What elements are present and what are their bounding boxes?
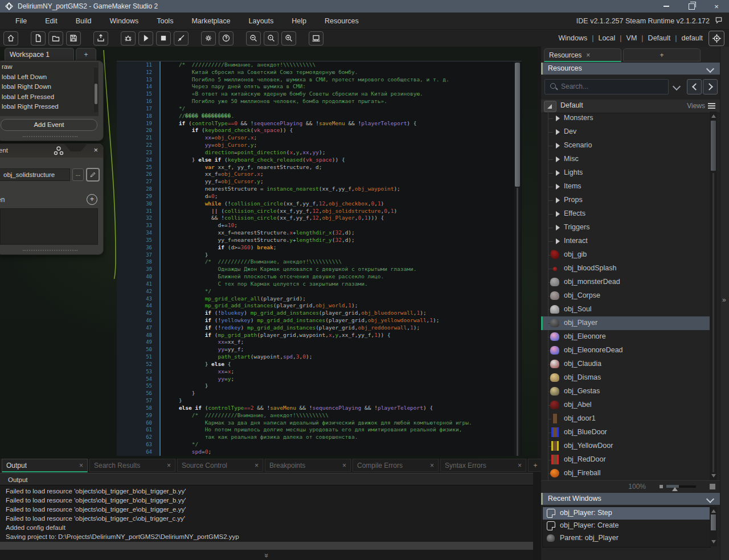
resource-tree-item[interactable]: obj_YellowDoor — [541, 439, 710, 453]
tab-compile-errors[interactable]: Compile Errors× — [353, 459, 439, 472]
event-item[interactable]: lobal Right Pressed — [0, 102, 99, 112]
tab-resources[interactable]: Resources × — [544, 48, 621, 62]
close-tab-icon[interactable]: × — [79, 462, 83, 470]
event-item[interactable]: lobal Left Pressed — [0, 92, 99, 102]
menu-build[interactable]: Build — [69, 17, 104, 25]
menu-edit[interactable]: Edit — [39, 17, 69, 25]
resource-tree-item[interactable]: obj_Player — [541, 316, 710, 330]
recent-window-item[interactable]: obj_Player: Create — [543, 520, 710, 532]
menu-file[interactable]: File — [9, 17, 39, 25]
expand-arrow-icon[interactable] — [556, 238, 560, 244]
toolbar-stop-button[interactable] — [156, 31, 171, 46]
resource-tree-item[interactable]: obj_BlueDoor — [541, 426, 710, 439]
tab-output[interactable]: Output× — [2, 459, 88, 472]
resource-tree-item[interactable]: obj_door1 — [541, 412, 710, 426]
resource-tree-item[interactable]: Lights — [541, 166, 710, 180]
event-item[interactable]: lobal Right Down — [0, 82, 99, 92]
resource-tree-item[interactable]: obj_Fireball — [541, 467, 710, 480]
add-child-button[interactable]: + — [87, 194, 97, 205]
scrollbar-thumb[interactable] — [515, 63, 520, 187]
expand-arrow-icon[interactable] — [556, 157, 560, 162]
expand-arrow-icon[interactable] — [556, 129, 560, 135]
resource-tree-item[interactable]: obj_Abel — [541, 398, 710, 412]
new-workspace-tab-button[interactable]: + — [76, 48, 96, 61]
resource-tree-item[interactable]: obj_Dismas — [541, 371, 710, 385]
resource-tree-item[interactable]: Props — [541, 193, 710, 207]
output-log[interactable]: Failed to load resource 'objects\obj_tri… — [0, 487, 533, 541]
resource-tree-item[interactable]: Scenario — [541, 139, 710, 153]
search-options-button[interactable] — [671, 80, 683, 93]
toolbar-zoom-in-button[interactable] — [281, 31, 296, 46]
recent-window-item[interactable]: obj_Player: Step — [543, 507, 710, 520]
close-tab-icon[interactable]: × — [518, 462, 522, 470]
expand-arrow-icon[interactable] — [556, 225, 560, 230]
recent-window-item[interactable]: Parent: obj_Player — [543, 532, 710, 545]
panel-resize-grip[interactable] — [23, 250, 77, 253]
expand-arrow-icon[interactable] — [556, 143, 560, 149]
search-prev-button[interactable] — [687, 79, 702, 94]
close-tab-icon[interactable]: × — [586, 50, 590, 61]
expand-arrow-icon[interactable] — [556, 211, 560, 217]
search-input[interactable]: Search... — [544, 79, 669, 94]
resource-tree-item[interactable]: obj_Claudia — [541, 357, 710, 371]
close-tab-icon[interactable]: × — [167, 462, 171, 470]
resource-tree-item[interactable]: obj_EleonoreDead — [541, 344, 710, 357]
toolbar-debug-button[interactable] — [121, 31, 136, 46]
recent-scrollbar[interactable] — [710, 507, 717, 546]
resource-tree-item[interactable]: obj_Corpse — [541, 289, 710, 303]
resource-tree-item[interactable]: Monsters — [541, 112, 710, 125]
expand-arrow-icon[interactable] — [556, 170, 560, 176]
scrollbar-thumb[interactable] — [711, 121, 716, 171]
editor-scrollbar[interactable] — [514, 61, 521, 456]
zoom-out-handle[interactable] — [660, 485, 663, 488]
toolbar-open-button[interactable] — [48, 31, 63, 46]
expand-arrow-icon[interactable] — [556, 116, 560, 121]
close-tab-icon[interactable]: × — [255, 462, 259, 470]
target-windows[interactable]: Windows — [559, 34, 588, 42]
toolbar-zoom-actual-button[interactable] — [264, 31, 279, 46]
target-default[interactable]: Default — [648, 34, 671, 42]
views-menu-icon[interactable] — [708, 103, 715, 109]
resource-tree-item[interactable]: obj_Gestas — [541, 385, 710, 398]
link-nodes-icon[interactable] — [53, 146, 64, 158]
expand-arrow-icon[interactable] — [556, 197, 560, 203]
log-selected-row[interactable] — [0, 542, 533, 550]
toolbar-help-button[interactable] — [219, 31, 234, 46]
resource-tree-item[interactable]: obj_Soul — [541, 303, 710, 316]
code-editor[interactable]: 11 /* //////////Внимание, анекдот!\\\\\\… — [117, 61, 522, 456]
chat-icon[interactable] — [714, 16, 723, 26]
search-next-button[interactable] — [703, 79, 718, 94]
menu-tools[interactable]: Tools — [150, 17, 185, 25]
menu-layouts[interactable]: Layouts — [243, 17, 286, 25]
resource-tree-item[interactable]: Interact — [541, 234, 710, 248]
target-manager-button[interactable] — [708, 31, 724, 46]
resource-tree-item[interactable]: obj_gib — [541, 248, 710, 262]
scroll-up-icon[interactable] — [711, 509, 716, 513]
restore-button[interactable] — [679, 0, 704, 13]
event-item[interactable]: lobal Left Down — [0, 72, 99, 83]
browse-button[interactable]: ... — [72, 168, 84, 181]
tab-source-control[interactable]: Source Control× — [177, 459, 263, 472]
target-vm[interactable]: VM — [626, 34, 637, 42]
expand-panel-icon[interactable]: » — [722, 296, 726, 304]
close-icon[interactable]: × — [93, 146, 98, 154]
target-local[interactable]: Local — [598, 34, 615, 42]
zoom-in-handle[interactable] — [710, 484, 715, 489]
toolbar-home-button[interactable] — [3, 31, 18, 46]
resource-tree-item[interactable]: Dev — [541, 125, 710, 139]
close-button[interactable]: × — [704, 0, 729, 13]
resource-tree-item[interactable]: Misc — [541, 153, 710, 166]
recent-windows-header[interactable]: Recent Windows — [541, 493, 720, 505]
resource-tree-item[interactable]: Items — [541, 180, 710, 193]
resource-tree-item[interactable]: obj_RedDoor — [541, 453, 710, 467]
close-tab-icon[interactable]: × — [430, 462, 434, 470]
toolbar-new-button[interactable] — [31, 31, 46, 46]
resources-section-header[interactable]: Resources — [541, 63, 720, 75]
menu-marketplace[interactable]: Marketplace — [185, 17, 242, 25]
children-list[interactable] — [0, 208, 98, 245]
parent-panel-header[interactable]: ent × — [0, 144, 103, 158]
tab-workspace-1[interactable]: Workspace 1 — [5, 48, 74, 61]
toolbar-settings-button[interactable] — [201, 31, 216, 46]
scroll-up-icon[interactable] — [711, 114, 716, 118]
root-folder-icon[interactable] — [544, 101, 556, 112]
